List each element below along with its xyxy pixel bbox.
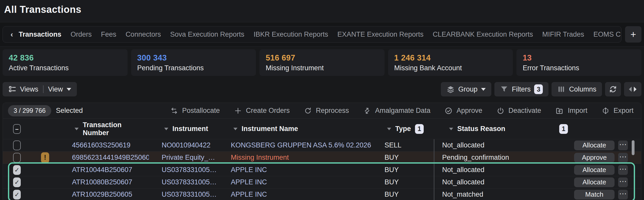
header-instrument[interactable]: Instrument xyxy=(149,125,218,133)
instrument-link[interactable]: US0378331005… xyxy=(149,191,218,198)
group-button[interactable]: Group xyxy=(441,82,491,96)
header-transaction-number[interactable]: Transaction Number xyxy=(59,121,149,137)
instrument-name-link[interactable]: APPLE INC xyxy=(218,178,372,186)
instrument-link[interactable]: US0378331005… xyxy=(149,166,218,174)
row-checkbox[interactable]: ✓ xyxy=(13,165,21,175)
transaction-number-link[interactable]: 45661603S250619 xyxy=(59,141,149,149)
row-action-button[interactable]: Approve xyxy=(574,153,615,163)
action-label: Reprocess xyxy=(316,107,349,115)
refresh-button[interactable] xyxy=(605,82,621,96)
tab-ibkr-execution-reports[interactable]: IBKR Execution Reports xyxy=(254,31,328,38)
postallocate-button[interactable]: Postallocate xyxy=(170,107,220,115)
export-button[interactable]: Export xyxy=(602,107,633,115)
transactions-table: 3 / 299 766 Selected Postallocate Create… xyxy=(3,103,641,200)
columns-button[interactable]: Columns xyxy=(552,82,602,96)
more-options-button[interactable]: ⋯ xyxy=(618,165,628,175)
stat-card-active-transactions[interactable]: 42 836 Active Transactions xyxy=(3,49,128,76)
status-reason-cell: Pending_confirmation xyxy=(434,154,556,162)
row-action-button[interactable]: Allocate xyxy=(574,165,615,175)
table-row[interactable]: ✓ ATR10044B250607 US0378331005… APPLE IN… xyxy=(3,164,641,176)
header-instrument-name[interactable]: Instrument Name xyxy=(218,125,372,133)
select-all-checkbox[interactable]: – xyxy=(13,124,21,134)
tab-clearbank-execution-reports[interactable]: CLEARBANK Execution Reports xyxy=(433,31,533,38)
deactivate-button[interactable]: Deactivate xyxy=(497,107,541,115)
table-row[interactable]: ! 69856231441949B250608 Private Equity_…… xyxy=(3,152,641,164)
table-row[interactable]: ✓ ATR10080B250607 US0378331005… APPLE IN… xyxy=(3,176,641,188)
row-checkbox[interactable]: ✓ xyxy=(13,177,21,187)
tab-transactions[interactable]: Transactions xyxy=(19,31,61,38)
approve-button[interactable]: Approve xyxy=(445,107,482,115)
stat-value: 13 xyxy=(523,53,635,63)
instrument-name-link[interactable]: KONGSBERG GRUPPEN ASA 5.6% 02.2026 xyxy=(218,141,372,149)
row-checkbox[interactable] xyxy=(13,141,21,150)
filter-count-badge: 1 xyxy=(559,124,568,134)
header-type[interactable]: Type 1 xyxy=(372,124,434,134)
table-row[interactable]: 45661603S250619 NO0010940422 KONGSBERG G… xyxy=(3,139,641,152)
stat-value: 516 697 xyxy=(266,53,378,63)
stat-value: 42 836 xyxy=(9,53,121,63)
status-reason-cell: Not_allocated xyxy=(434,178,556,186)
amalgamate-data-button[interactable]: Amalgamate Data xyxy=(363,107,430,115)
instrument-link[interactable]: Private Equity_… xyxy=(149,154,218,162)
row-action-button[interactable]: Match xyxy=(574,190,615,199)
filters-count-badge: 3 xyxy=(534,84,543,94)
stat-card-missing-instrument[interactable]: 516 697 Missing Instrument xyxy=(259,49,385,76)
import-button[interactable]: Import xyxy=(555,107,587,115)
transaction-number-link[interactable]: ATR10044B250607 xyxy=(59,166,149,174)
folder-upload-icon xyxy=(555,107,564,115)
instrument-link[interactable]: US0378331005… xyxy=(149,178,218,186)
filters-label: Filters xyxy=(512,85,531,93)
divider xyxy=(43,85,44,93)
row-checkbox[interactable]: ✓ xyxy=(13,190,21,199)
header-status-reason[interactable]: Status Reason xyxy=(434,125,556,133)
stat-label: Missing Instrument xyxy=(266,64,378,72)
transaction-number-link[interactable]: ATR10029B250605 xyxy=(59,191,149,198)
tab-connectors[interactable]: Connectors xyxy=(126,31,161,38)
more-options-button[interactable]: ⋯ xyxy=(618,190,628,199)
vertical-scrollbar[interactable] xyxy=(632,140,635,155)
stat-label: Active Transactions xyxy=(9,64,121,72)
column-menu-icon[interactable] xyxy=(449,128,453,130)
bulk-actions: Postallocate Create Orders Reprocess xyxy=(170,107,633,115)
views-button[interactable]: Views View xyxy=(3,82,77,96)
tab-exante-execution-reports[interactable]: EXANTE Execution Reports xyxy=(337,31,423,38)
column-menu-icon[interactable] xyxy=(75,128,79,130)
stat-label: Error Transactions xyxy=(523,64,635,72)
add-tab-button[interactable]: + xyxy=(625,26,641,43)
tab-sova-execution-reports[interactable]: Sova Execution Reports xyxy=(170,31,244,38)
row-action-button[interactable]: Allocate xyxy=(574,141,615,150)
more-options-button[interactable]: ⋯ xyxy=(618,153,628,163)
selection-count-pill[interactable]: 3 / 299 766 xyxy=(8,105,51,116)
tab-eoms[interactable]: EOMS C xyxy=(593,31,621,38)
row-action-button[interactable]: Allocate xyxy=(574,177,615,187)
column-divider[interactable] xyxy=(434,139,434,200)
pan-columns-button[interactable] xyxy=(624,82,641,96)
instrument-name-link[interactable]: APPLE INC xyxy=(218,166,372,174)
stat-card-error-transactions[interactable]: 13 Error Transactions xyxy=(516,49,641,76)
filters-button[interactable]: Filters 3 xyxy=(494,82,549,96)
instrument-name-link[interactable]: APPLE INC xyxy=(218,191,372,198)
instrument-link[interactable]: NO0010940422 xyxy=(149,141,218,149)
filter-funnel-icon xyxy=(500,85,508,93)
more-options-button[interactable]: ⋯ xyxy=(618,141,628,150)
header-label: Instrument Name xyxy=(242,125,298,133)
instrument-name-link[interactable]: Missing Instrument xyxy=(218,154,372,162)
tab-mifir-trades[interactable]: MIFIR Trades xyxy=(542,31,584,38)
more-options-button[interactable]: ⋯ xyxy=(618,177,628,187)
stat-card-missing-bank-account[interactable]: 1 246 314 Missing Bank Account xyxy=(388,49,513,76)
reprocess-button[interactable]: Reprocess xyxy=(304,107,349,115)
transaction-number-link[interactable]: 69856231441949B250608 xyxy=(59,154,149,162)
column-menu-icon[interactable] xyxy=(164,128,168,130)
row-checkbox[interactable] xyxy=(13,153,21,163)
column-menu-icon[interactable] xyxy=(233,128,237,130)
column-menu-icon[interactable] xyxy=(387,128,391,130)
selection-toolbar: 3 / 299 766 Selected Postallocate Create… xyxy=(3,103,641,119)
tab-orders[interactable]: Orders xyxy=(71,31,92,38)
chevron-left-icon[interactable]: ‹ xyxy=(11,31,13,38)
stat-card-pending-transactions[interactable]: 300 343 Pending Transactions xyxy=(131,49,256,76)
tab-fees[interactable]: Fees xyxy=(101,31,116,38)
transaction-number-link[interactable]: ATR10080B250607 xyxy=(59,178,149,186)
check-mark: ✓ xyxy=(14,166,19,174)
create-orders-button[interactable]: Create Orders xyxy=(234,107,290,115)
table-row[interactable]: ✓ ATR10029B250605 US0378331005… APPLE IN… xyxy=(3,188,641,200)
